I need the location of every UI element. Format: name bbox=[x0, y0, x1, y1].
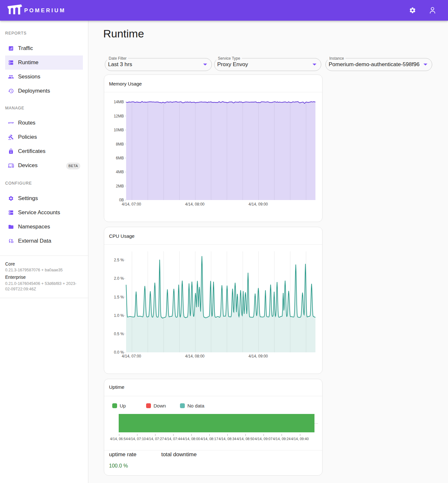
svg-text:4/14, 09:00: 4/14, 09:00 bbox=[248, 354, 268, 358]
svg-text:0.5 %: 0.5 % bbox=[114, 332, 124, 336]
svg-text:10MB: 10MB bbox=[114, 128, 124, 132]
svg-text:4/14, 07:00: 4/14, 07:00 bbox=[122, 354, 141, 358]
svg-text:4/14, 08:00: 4/14, 08:00 bbox=[185, 202, 204, 206]
svg-text:1.5 %: 1.5 % bbox=[114, 295, 124, 299]
svg-text:4/14, 08:00: 4/14, 08:00 bbox=[185, 354, 204, 358]
svg-text:8MB: 8MB bbox=[116, 142, 124, 146]
svg-text:1.0 %: 1.0 % bbox=[114, 313, 124, 318]
svg-text:2MB: 2MB bbox=[116, 184, 124, 188]
svg-text:12MB: 12MB bbox=[114, 114, 124, 118]
svg-text:14MB: 14MB bbox=[114, 100, 124, 104]
svg-text:2.5 %: 2.5 % bbox=[114, 258, 124, 262]
svg-text:6MB: 6MB bbox=[116, 156, 124, 160]
svg-text:4/14, 07:00: 4/14, 07:00 bbox=[122, 202, 141, 206]
svg-text:2.0 %: 2.0 % bbox=[114, 276, 124, 281]
svg-text:4/14, 09:00: 4/14, 09:00 bbox=[248, 202, 268, 206]
svg-text:4MB: 4MB bbox=[116, 170, 124, 174]
